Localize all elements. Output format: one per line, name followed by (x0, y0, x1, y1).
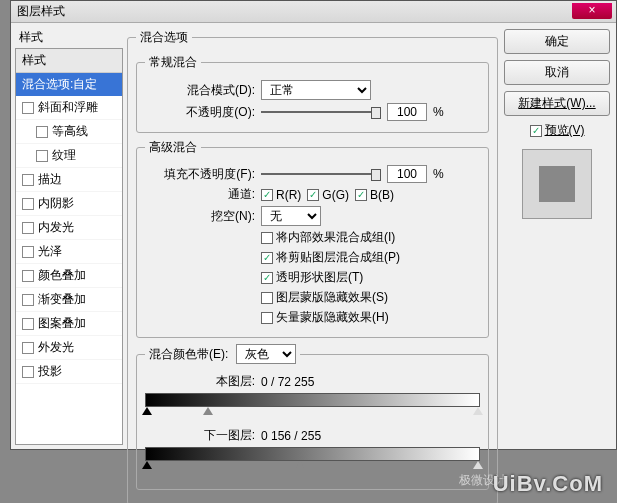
knockout-label: 挖空(N): (145, 208, 255, 225)
style-list: 样式 混合选项:自定 斜面和浮雕等高线纹理描边内阴影内发光光泽颜色叠加渐变叠加图… (15, 48, 123, 445)
style-item[interactable]: 外发光 (16, 336, 122, 360)
opacity-label: 不透明度(O): (145, 104, 255, 121)
style-item[interactable]: 等高线 (16, 120, 122, 144)
style-checkbox[interactable] (36, 150, 48, 162)
style-item[interactable]: 投影 (16, 360, 122, 384)
style-checkbox[interactable] (22, 174, 34, 186)
style-item[interactable]: 描边 (16, 168, 122, 192)
blend-mode-select[interactable]: 正常 (261, 80, 371, 100)
style-checkbox[interactable] (22, 366, 34, 378)
style-label: 外发光 (38, 339, 74, 356)
fill-opacity-slider[interactable] (261, 167, 381, 181)
blend-if-group: 混合颜色带(E): 灰色 本图层: 0 / 72 255 (136, 344, 489, 490)
style-label: 光泽 (38, 243, 62, 260)
channel-label: 通道: (145, 186, 255, 203)
preview-checkbox[interactable]: ✓预览(V) (504, 122, 610, 139)
ok-button[interactable]: 确定 (504, 29, 610, 54)
sidebar-header: 样式 (15, 27, 123, 48)
normal-blend-legend: 常规混合 (145, 54, 201, 71)
under-layer-values: 0 156 / 255 (261, 429, 321, 443)
style-item[interactable]: 渐变叠加 (16, 288, 122, 312)
pct-label: % (433, 105, 444, 119)
right-buttons: 确定 取消 新建样式(W)... ✓预览(V) (502, 27, 612, 445)
blend-if-label: 混合颜色带(E): (149, 347, 228, 361)
style-label: 渐变叠加 (38, 291, 86, 308)
blend-options-legend: 混合选项 (136, 29, 192, 46)
normal-blend-group: 常规混合 混合模式(D): 正常 不透明度(O): 100 % (136, 54, 489, 133)
knockout-select[interactable]: 无 (261, 206, 321, 226)
style-label: 投影 (38, 363, 62, 380)
style-label: 斜面和浮雕 (38, 99, 98, 116)
style-list-header[interactable]: 样式 (16, 49, 122, 73)
style-label: 内阴影 (38, 195, 74, 212)
pct-label: % (433, 167, 444, 181)
style-label: 图案叠加 (38, 315, 86, 332)
blend-options-group: 混合选项 常规混合 混合模式(D): 正常 不透明度(O): 100 % (127, 29, 498, 503)
this-layer-label: 本图层: (145, 373, 255, 390)
style-checkbox[interactable] (22, 222, 34, 234)
titlebar[interactable]: 图层样式 × (11, 1, 616, 23)
style-label: 内发光 (38, 219, 74, 236)
opacity-value[interactable]: 100 (387, 103, 427, 121)
style-checkbox[interactable] (36, 126, 48, 138)
style-checkbox[interactable] (22, 270, 34, 282)
channel-r-checkbox[interactable]: ✓R(R) (261, 188, 301, 202)
layer-style-dialog: 图层样式 × 样式 样式 混合选项:自定 斜面和浮雕等高线纹理描边内阴影内发光光… (10, 0, 617, 450)
blend-if-select[interactable]: 灰色 (236, 344, 296, 364)
adv-option-label: 将内部效果混合成组(I) (276, 229, 395, 246)
style-label: 等高线 (52, 123, 88, 140)
cancel-button[interactable]: 取消 (504, 60, 610, 85)
adv-option-checkbox[interactable]: ✓透明形状图层(T) (261, 269, 363, 286)
blend-mode-label: 混合模式(D): (145, 82, 255, 99)
style-item[interactable]: 内发光 (16, 216, 122, 240)
adv-option-checkbox[interactable]: 将内部效果混合成组(I) (261, 229, 395, 246)
adv-option-checkbox[interactable]: 矢量蒙版隐藏效果(H) (261, 309, 389, 326)
opacity-slider[interactable] (261, 105, 381, 119)
advanced-blend-group: 高级混合 填充不透明度(F): 100 % 通道: ✓R(R) ✓G(G) ✓B… (136, 139, 489, 338)
advanced-blend-legend: 高级混合 (145, 139, 201, 156)
channel-b-checkbox[interactable]: ✓B(B) (355, 188, 394, 202)
channel-g-checkbox[interactable]: ✓G(G) (307, 188, 349, 202)
style-checkbox[interactable] (22, 102, 34, 114)
style-checkbox[interactable] (22, 246, 34, 258)
style-item[interactable]: 内阴影 (16, 192, 122, 216)
preview-swatch (522, 149, 592, 219)
style-item[interactable]: 纹理 (16, 144, 122, 168)
new-style-button[interactable]: 新建样式(W)... (504, 91, 610, 116)
styles-sidebar: 样式 样式 混合选项:自定 斜面和浮雕等高线纹理描边内阴影内发光光泽颜色叠加渐变… (15, 27, 123, 445)
style-checkbox[interactable] (22, 198, 34, 210)
fill-opacity-value[interactable]: 100 (387, 165, 427, 183)
under-layer-label: 下一图层: (145, 427, 255, 444)
adv-option-checkbox[interactable]: ✓将剪贴图层混合成组(P) (261, 249, 400, 266)
style-selected[interactable]: 混合选项:自定 (16, 73, 122, 96)
style-checkbox[interactable] (22, 294, 34, 306)
style-item[interactable]: 斜面和浮雕 (16, 96, 122, 120)
this-layer-values: 0 / 72 255 (261, 375, 314, 389)
options-panel: 混合选项 常规混合 混合模式(D): 正常 不透明度(O): 100 % (127, 27, 498, 445)
fill-opacity-label: 填充不透明度(F): (145, 166, 255, 183)
adv-option-label: 透明形状图层(T) (276, 269, 363, 286)
this-layer-slider[interactable] (145, 393, 480, 419)
style-label: 描边 (38, 171, 62, 188)
adv-option-checkbox[interactable]: 图层蒙版隐藏效果(S) (261, 289, 388, 306)
adv-option-label: 将剪贴图层混合成组(P) (276, 249, 400, 266)
style-item[interactable]: 图案叠加 (16, 312, 122, 336)
style-label: 纹理 (52, 147, 76, 164)
close-button[interactable]: × (572, 3, 612, 19)
style-label: 颜色叠加 (38, 267, 86, 284)
style-item[interactable]: 颜色叠加 (16, 264, 122, 288)
watermark: UiBv.CoM (493, 471, 603, 497)
adv-option-label: 矢量蒙版隐藏效果(H) (276, 309, 389, 326)
under-layer-slider[interactable] (145, 447, 480, 473)
adv-option-label: 图层蒙版隐藏效果(S) (276, 289, 388, 306)
style-checkbox[interactable] (22, 318, 34, 330)
style-checkbox[interactable] (22, 342, 34, 354)
window-title: 图层样式 (17, 3, 65, 20)
style-item[interactable]: 光泽 (16, 240, 122, 264)
